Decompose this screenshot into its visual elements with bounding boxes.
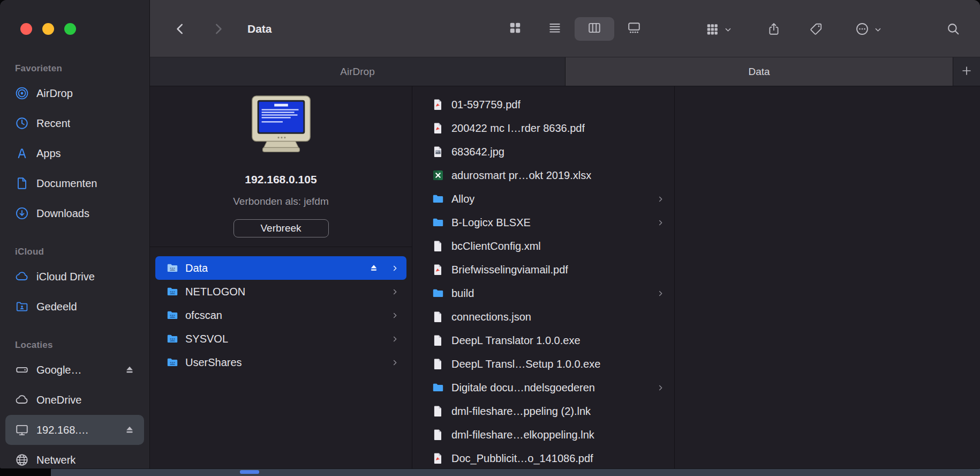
- sidebar-item-downloads[interactable]: Downloads: [5, 198, 144, 228]
- network-folder-icon: [166, 309, 179, 322]
- folder-icon: [432, 216, 444, 229]
- cloud-icon: [15, 393, 29, 407]
- file-name: bcClientConfig.xml: [451, 240, 541, 252]
- file-row-dml-fileshare-elkoppeling-lnk[interactable]: dml-fileshare…elkoppeling.lnk: [412, 423, 674, 447]
- sidebar-item-onedrive[interactable]: OneDrive: [5, 385, 144, 415]
- eject-icon[interactable]: [124, 364, 135, 376]
- sidebar-item-apps[interactable]: Apps: [5, 138, 144, 168]
- file-name: Doc_Pubblicit…o_141086.pdf: [451, 452, 593, 465]
- document-icon: [15, 176, 29, 190]
- server-status: Verbonden als: jefdm: [233, 196, 329, 207]
- apps-icon: [15, 146, 29, 160]
- sidebar-section: iCloudiCloud DriveGedeeld: [0, 242, 149, 322]
- group-by-icon: [705, 22, 719, 36]
- sidebar-item-recent[interactable]: Recent: [5, 108, 144, 138]
- sidebar-item-airdrop[interactable]: AirDrop: [5, 78, 144, 108]
- file-row-b-logicx-blsxe[interactable]: B-Logicx BLSXE: [412, 211, 674, 234]
- file-row-683642-jpg[interactable]: 683642.jpg: [412, 140, 674, 163]
- chevron-right-icon: [657, 289, 665, 298]
- close-button[interactable]: [20, 23, 32, 35]
- list-view-button[interactable]: [535, 17, 575, 41]
- column-view-button[interactable]: [575, 17, 614, 41]
- finder-window: FavorietenAirDropRecentAppsDocumentenDow…: [0, 0, 980, 468]
- airdrop-icon: [15, 86, 29, 100]
- tab-data[interactable]: Data: [566, 57, 953, 86]
- back-button[interactable]: [169, 17, 192, 41]
- sidebar-item-label: AirDrop: [36, 87, 73, 100]
- file-row-connections-json[interactable]: connections.json: [412, 305, 674, 329]
- new-tab-button[interactable]: [953, 57, 980, 86]
- share-row-ofcscan[interactable]: ofcscan: [155, 303, 406, 327]
- file-list[interactable]: 01-597759.pdf200422 mc I…rder 8636.pdf68…: [412, 86, 674, 468]
- folder-icon: [432, 192, 444, 205]
- network-folder-icon: [166, 356, 179, 369]
- server-column[interactable]: 192.168.0.105 Verbonden als: jefdm Verbr…: [150, 86, 412, 468]
- sidebar-item-192-168[interactable]: 192.168.…: [5, 415, 144, 445]
- sidebar-item-gedeeld[interactable]: Gedeeld: [5, 292, 144, 322]
- server-address: 192.168.0.105: [245, 173, 316, 186]
- downloads-icon: [15, 206, 29, 220]
- more-button[interactable]: [843, 17, 894, 41]
- file-row-briefwisselingviamail-pdf[interactable]: Briefwisselingviamail.pdf: [412, 258, 674, 281]
- disconnect-button[interactable]: Verbreek: [233, 219, 329, 237]
- shared-folder-icon: [15, 300, 29, 314]
- forward-button[interactable]: [206, 17, 230, 41]
- search-button[interactable]: [941, 17, 965, 41]
- sidebar-sections[interactable]: FavorietenAirDropRecentAppsDocumentenDow…: [0, 59, 149, 468]
- file-name: dml-fileshare…ppeling (2).lnk: [451, 405, 591, 418]
- sidebar-item-label: Recent: [36, 117, 70, 130]
- sidebar-section-title: Locaties: [0, 336, 149, 355]
- sidebar-item-label: Downloads: [36, 207, 89, 220]
- sidebar-item-documenten[interactable]: Documenten: [5, 168, 144, 198]
- chevron-right-icon: [391, 288, 399, 296]
- zoom-button[interactable]: [64, 23, 76, 35]
- eject-icon[interactable]: [368, 263, 379, 273]
- group-button[interactable]: [694, 17, 743, 41]
- share-row-netlogon[interactable]: NETLOGON: [155, 280, 406, 303]
- tab-airdrop[interactable]: AirDrop: [150, 57, 566, 86]
- file-row-deepl-translator-1-0-0-exe[interactable]: DeepL Translator 1.0.0.exe: [412, 329, 674, 352]
- pdf-file-icon: [432, 452, 444, 465]
- files-column[interactable]: 01-597759.pdf200422 mc I…rder 8636.pdf68…: [412, 86, 675, 468]
- file-row-alloy[interactable]: Alloy: [412, 187, 674, 211]
- sidebar-item-google[interactable]: Google…: [5, 355, 144, 385]
- file-row-bcclientconfig-xml[interactable]: bcClientConfig.xml: [412, 234, 674, 258]
- sidebar-item-icloud-drive[interactable]: iCloud Drive: [5, 262, 144, 292]
- background-window-edge: [51, 467, 980, 476]
- file-row-deepl-transl-setup-1-0-0-exe[interactable]: DeepL Transl…Setup 1.0.0.exe: [412, 352, 674, 376]
- share-row-sysvol[interactable]: SYSVOL: [155, 327, 406, 351]
- gallery-view-icon: [627, 21, 641, 37]
- sidebar-item-netwerk[interactable]: Netwerk: [5, 445, 144, 468]
- eject-icon[interactable]: [124, 424, 135, 436]
- file-row-doc-pubblicit-o-141086-pdf[interactable]: Doc_Pubblicit…o_141086.pdf: [412, 447, 674, 468]
- server-panel: 192.168.0.105 Verbonden als: jefdm Verbr…: [150, 86, 412, 247]
- share-name: UserShares: [185, 356, 242, 369]
- icon-view-button[interactable]: [495, 17, 535, 41]
- tab-bar: AirDropData: [150, 57, 980, 86]
- share-list[interactable]: DataNETLOGONofcscanSYSVOLUserShares: [150, 256, 412, 374]
- tags-button[interactable]: [804, 17, 828, 41]
- file-row-adurosmart-pr-okt-2019-xlsx[interactable]: adurosmart pr…okt 2019.xlsx: [412, 163, 674, 187]
- file-name: adurosmart pr…okt 2019.xlsx: [451, 169, 591, 182]
- share-row-usershares[interactable]: UserShares: [155, 351, 406, 374]
- file-name: DeepL Translator 1.0.0.exe: [451, 334, 581, 347]
- file-row-200422-mc-i-rder-8636-pdf[interactable]: 200422 mc I…rder 8636.pdf: [412, 116, 674, 140]
- plus-icon: [961, 65, 973, 79]
- sidebar-item-label: iCloud Drive: [36, 271, 95, 283]
- file-row-digitale-docu-ndelsgoederen[interactable]: Digitale docu…ndelsgoederen: [412, 376, 674, 399]
- share-name: SYSVOL: [185, 333, 228, 345]
- sidebar-item-label: 192.168.…: [36, 424, 89, 436]
- file-row-build[interactable]: build: [412, 281, 674, 305]
- file-row-dml-fileshare-ppeling-2-lnk[interactable]: dml-fileshare…ppeling (2).lnk: [412, 399, 674, 423]
- window-title: Data: [247, 0, 272, 57]
- gallery-view-button[interactable]: [614, 17, 654, 41]
- share-name: Data: [185, 262, 208, 274]
- window-controls: [20, 23, 76, 35]
- file-name: Briefwisselingviamail.pdf: [451, 264, 568, 276]
- pdf-file-icon: [432, 98, 444, 111]
- minimize-button[interactable]: [42, 23, 54, 35]
- share-row-data[interactable]: Data: [155, 256, 406, 280]
- chevron-down-icon: [869, 24, 882, 34]
- share-button[interactable]: [762, 17, 786, 41]
- file-row-01-597759-pdf[interactable]: 01-597759.pdf: [412, 93, 674, 116]
